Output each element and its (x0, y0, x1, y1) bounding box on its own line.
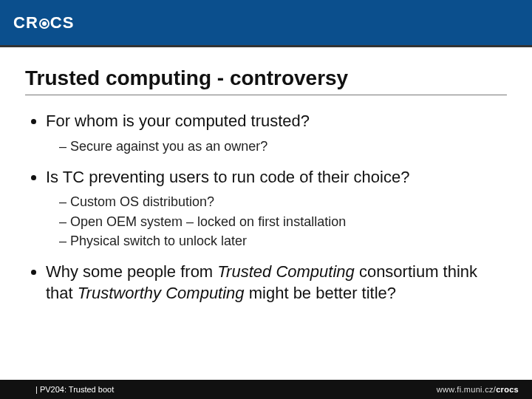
footer-bar: | PV204: Trusted boot www.fi.muni.cz/cro… (0, 380, 532, 399)
bullet-1-sub-1: Secure against you as an owner? (59, 137, 507, 156)
footer-url-bold: crocs (496, 385, 519, 394)
title-underline (25, 95, 507, 95)
header-bar: CR CS (0, 0, 532, 47)
slide-content: Trusted computing - controversy For whom… (0, 47, 532, 380)
logo-part-cs: CS (50, 13, 75, 33)
bullet-list: For whom is your computed trusted? Secur… (25, 110, 507, 304)
logo-crocs: CR CS (13, 13, 74, 33)
bullet-2-sub-2: Open OEM system – locked on first instal… (59, 212, 507, 231)
logo-ring-icon (39, 18, 50, 29)
footer-url: www.fi.muni.cz/crocs (437, 385, 519, 394)
bullet-3-seg-1: Why some people from (46, 262, 217, 281)
bullet-1-text: For whom is your computed trusted? (46, 112, 310, 130)
slide-title: Trusted computing - controversy (25, 66, 507, 90)
bullet-2-sub-1: Custom OS distribution? (59, 192, 507, 211)
logo-part-cr: CR (13, 13, 38, 33)
footer-url-prefix: www.fi.muni.cz/ (437, 385, 496, 394)
bullet-3-em-1: Trusted Computing (217, 262, 354, 281)
bullet-2-sub-3: Physical switch to unlock later (59, 231, 507, 250)
bullet-3: Why some people from Trusted Computing c… (46, 261, 507, 304)
footer-left: | PV204: Trusted boot (35, 385, 114, 394)
bullet-1: For whom is your computed trusted? Secur… (46, 110, 507, 156)
bullet-2-text: Is TC preventing users to run code of th… (46, 168, 409, 186)
bullet-3-em-2: Trustworthy Computing (78, 284, 245, 302)
bullet-3-seg-3: might be better title? (249, 284, 396, 302)
bullet-2: Is TC preventing users to run code of th… (46, 166, 507, 250)
